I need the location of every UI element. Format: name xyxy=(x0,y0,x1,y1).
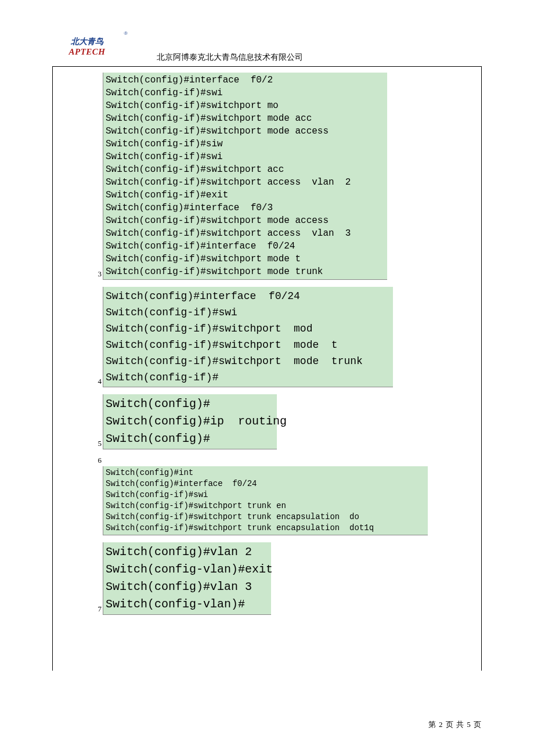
page-footer: 第 2 页 共 5 页 xyxy=(428,719,482,730)
code-row-4: 4 Switch(config)#interface f0/24 Switch(… xyxy=(93,287,475,387)
code-row-3: 3 Switch(config)#interface f0/2 Switch(c… xyxy=(93,73,475,280)
code-row-6: Switch(config)#int Switch(config)#interf… xyxy=(93,466,475,535)
row-number: 4 xyxy=(93,377,102,385)
row-number: 5 xyxy=(93,440,102,447)
row-number: 6 xyxy=(93,456,102,464)
code-row-7: 7 Switch(config)#vlan 2 Switch(config-vl… xyxy=(93,542,475,615)
code-block-5: Switch(config)# Switch(config)#ip routin… xyxy=(103,394,277,449)
logo: ® 北大青鸟 APTECH xyxy=(52,29,122,64)
row-number: 3 xyxy=(93,270,102,278)
company-name: 北京阿博泰克北大青鸟信息技术有限公司 xyxy=(128,52,303,64)
code-row-5: 5 Switch(config)# Switch(config)#ip rout… xyxy=(93,394,475,449)
row-number: 7 xyxy=(93,605,102,613)
code-block-3: Switch(config)#interface f0/2 Switch(con… xyxy=(103,73,387,280)
page: ® 北大青鸟 APTECH 北京阿博泰克北大青鸟信息技术有限公司 3 Switc… xyxy=(0,0,534,756)
code-block-4: Switch(config)#interface f0/24 Switch(co… xyxy=(103,287,393,387)
code-row-6-num: 6 xyxy=(93,456,475,464)
content-frame: 3 Switch(config)#interface f0/2 Switch(c… xyxy=(52,67,482,671)
content-inner: 3 Switch(config)#interface f0/2 Switch(c… xyxy=(93,67,475,615)
registered-mark-icon: ® xyxy=(124,30,128,36)
code-block-6: Switch(config)#int Switch(config)#interf… xyxy=(103,466,428,535)
header: ® 北大青鸟 APTECH 北京阿博泰克北大青鸟信息技术有限公司 xyxy=(52,29,482,67)
logo-text-en: APTECH xyxy=(68,47,105,57)
code-block-7: Switch(config)#vlan 2 Switch(config-vlan… xyxy=(103,542,271,615)
logo-text-cn: 北大青鸟 xyxy=(71,37,103,47)
